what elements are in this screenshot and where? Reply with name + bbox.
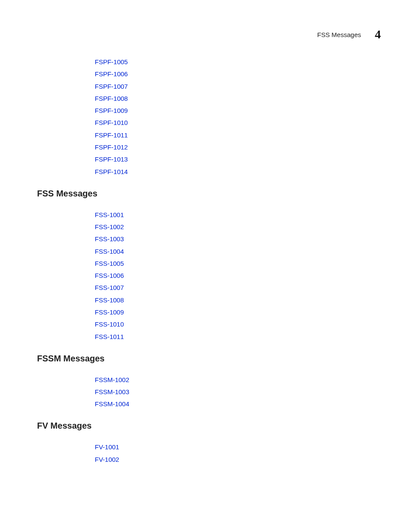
message-link[interactable]: FSPF-1010	[95, 119, 128, 126]
message-link[interactable]: FSS-1011	[95, 333, 124, 340]
message-link[interactable]: FSPF-1006	[95, 71, 128, 77]
message-link[interactable]: FSPF-1013	[95, 156, 128, 162]
message-link[interactable]: FSS-1004	[95, 248, 124, 255]
message-link[interactable]: FSS-1002	[95, 224, 124, 230]
message-link[interactable]: FSPF-1014	[95, 168, 128, 175]
message-link[interactable]: FSPF-1009	[95, 107, 128, 114]
page-header: FSS Messages 4	[317, 28, 381, 41]
fssm-messages-heading: FSSM Messages	[37, 354, 381, 364]
fss-link-list: FSS-1001 FSS-1002 FSS-1003 FSS-1004 FSS-…	[95, 212, 381, 340]
fv-messages-heading: FV Messages	[37, 421, 381, 431]
message-link[interactable]: FSPF-1012	[95, 144, 128, 150]
page-content: FSPF-1005 FSPF-1006 FSPF-1007 FSPF-1008 …	[37, 59, 381, 468]
fspf-link-list: FSPF-1005 FSPF-1006 FSPF-1007 FSPF-1008 …	[95, 59, 381, 175]
message-link[interactable]: FV-1001	[95, 444, 119, 450]
fss-messages-heading: FSS Messages	[37, 189, 381, 199]
message-link[interactable]: FSPF-1011	[95, 132, 128, 138]
message-link[interactable]: FSS-1006	[95, 272, 124, 279]
fssm-link-list: FSSM-1002 FSSM-1003 FSSM-1004	[95, 376, 381, 408]
message-link[interactable]: FV-1002	[95, 456, 119, 463]
message-link[interactable]: FSS-1007	[95, 284, 124, 291]
message-link[interactable]: FSPF-1008	[95, 95, 128, 102]
header-chapter-number: 4	[375, 28, 381, 41]
header-section-title: FSS Messages	[317, 31, 361, 38]
message-link[interactable]: FSS-1005	[95, 260, 124, 267]
fv-link-list: FV-1001 FV-1002	[95, 444, 381, 462]
message-link[interactable]: FSPF-1005	[95, 59, 128, 65]
message-link[interactable]: FSPF-1007	[95, 83, 128, 90]
message-link[interactable]: FSS-1003	[95, 236, 124, 242]
message-link[interactable]: FSS-1001	[95, 212, 124, 218]
message-link[interactable]: FSSM-1003	[95, 389, 129, 395]
message-link[interactable]: FSS-1010	[95, 321, 124, 327]
message-link[interactable]: FSSM-1002	[95, 376, 129, 383]
message-link[interactable]: FSS-1009	[95, 309, 124, 315]
message-link[interactable]: FSSM-1004	[95, 401, 129, 407]
message-link[interactable]: FSS-1008	[95, 297, 124, 303]
